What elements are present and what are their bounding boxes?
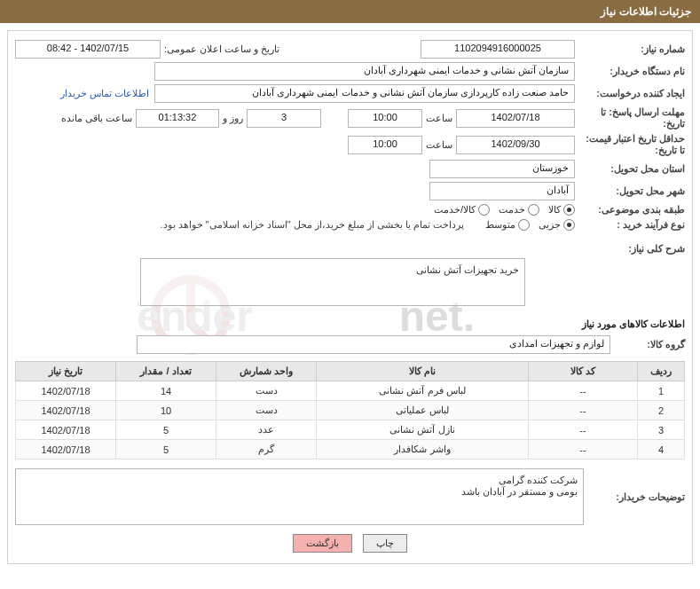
radio-partial-label: جزیی (539, 219, 561, 231)
cell-need_date: 1402/07/18 (16, 381, 116, 401)
goods-section-title: اطلاعات کالاهای مورد نیاز (15, 318, 685, 330)
countdown: 01:13:32 (136, 109, 219, 128)
validity-label: حداقل تاریخ اعتبار قیمت: تا تاریخ: (575, 133, 685, 156)
page-title: جزئیات اطلاعات نیاز (601, 5, 691, 18)
print-button[interactable]: چاپ (363, 534, 407, 553)
cell-need_date: 1402/07/18 (16, 420, 116, 440)
cell-row: 1 (638, 381, 685, 401)
announce-value: 1402/07/15 - 08:42 (15, 40, 161, 59)
deadline-date: 1402/07/18 (456, 109, 575, 128)
province-value: خوزستان (429, 160, 575, 178)
cell-code: -- (529, 440, 638, 459)
radio-icon (563, 204, 575, 216)
cell-unit: عدد (216, 420, 317, 440)
process-label: نوع فرآیند خرید : (575, 219, 685, 231)
cell-qty: 14 (116, 381, 216, 401)
cell-code: -- (529, 420, 638, 440)
page-header: جزئیات اطلاعات نیاز (0, 0, 700, 23)
category-label: طبقه بندی موضوعی: (575, 204, 685, 216)
th-row: ردیف (638, 362, 685, 381)
cell-unit: دست (216, 401, 317, 420)
th-qty: تعداد / مقدار (116, 362, 216, 381)
th-code: کد کالا (529, 362, 638, 381)
radio-both[interactable]: کالا/خدمت (434, 204, 490, 216)
cell-code: -- (529, 401, 638, 420)
radio-goods[interactable]: کالا (548, 204, 575, 216)
cell-unit: دست (216, 381, 317, 401)
city-label: شهر محل تحویل: (575, 185, 685, 197)
cell-row: 2 (638, 401, 685, 420)
cell-need_date: 1402/07/18 (16, 440, 116, 459)
radio-icon (528, 204, 539, 216)
requester-label: ایجاد کننده درخواست: (575, 88, 685, 99)
radio-icon (563, 219, 575, 231)
cell-qty: 10 (116, 401, 216, 420)
cell-unit: گرم (216, 440, 317, 459)
validity-date: 1402/09/30 (456, 136, 575, 154)
deadline-label: مهلت ارسال پاسخ: تا تاریخ: (575, 106, 685, 130)
days-remaining: 3 (247, 109, 321, 128)
radio-both-label: کالا/خدمت (434, 204, 476, 216)
province-label: استان محل تحویل: (575, 163, 685, 175)
announce-label: تاریخ و ساعت اعلان عمومی: (161, 43, 283, 55)
city-value: آبادان (429, 182, 575, 200)
remaining-label: ساعت باقی مانده (58, 113, 136, 124)
need-no-label: شماره نیاز: (575, 43, 685, 55)
validity-time: 10:00 (348, 136, 422, 154)
cell-row: 4 (638, 440, 685, 459)
cell-name: لباس عملیاتی (317, 401, 529, 420)
time-label-2: ساعت (422, 139, 456, 151)
th-date: تاریخ نیاز (16, 362, 116, 381)
cell-name: واشر شکافدار (317, 440, 529, 459)
payment-note: پرداخت تمام یا بخشی از مبلغ خرید،از محل … (156, 219, 468, 231)
table-row: 4--واشر شکافدارگرم51402/07/18 (16, 440, 685, 459)
time-label-1: ساعت (422, 113, 456, 124)
buyer-notes-line2: بومی و مستقر در آبادان باشد (21, 486, 578, 498)
buyer-org-value: سازمان آتش نشانی و خدمات ایمنی شهرداری آ… (154, 62, 575, 81)
cell-code: -- (529, 381, 638, 401)
group-label: گروه کالا: (610, 339, 685, 350)
cell-row: 3 (638, 420, 685, 440)
table-row: 1--لباس فرم آتش نشانیدست141402/07/18 (16, 381, 685, 401)
overall-desc-box: خرید تجهیزات آتش نشانی (140, 258, 525, 306)
table-row: 3--نازل آتش نشانیعدد51402/07/18 (16, 420, 685, 440)
radio-service[interactable]: خدمت (499, 204, 539, 216)
buyer-notes-line1: شرکت کننده گرامی (21, 475, 578, 486)
cell-qty: 5 (116, 420, 216, 440)
table-row: 2--لباس عملیاتیدست101402/07/18 (16, 401, 685, 420)
cell-qty: 5 (116, 440, 216, 459)
radio-goods-label: کالا (548, 204, 561, 216)
radio-service-label: خدمت (499, 204, 525, 216)
days-and-label: روز و (219, 113, 247, 124)
group-value: لوازم و تجهیزات امدادی (137, 335, 610, 354)
th-name: نام کالا (317, 362, 529, 381)
overall-desc-text: خرید تجهیزات آتش نشانی (416, 264, 519, 275)
back-button[interactable]: بازگشت (293, 534, 352, 553)
radio-medium-label: متوسط (485, 219, 515, 231)
radio-partial[interactable]: جزیی (539, 219, 575, 231)
buyer-org-label: نام دستگاه خریدار: (575, 66, 685, 77)
cell-name: نازل آتش نشانی (317, 420, 529, 440)
buyer-notes-box: شرکت کننده گرامی بومی و مستقر در آبادان … (15, 468, 584, 525)
overall-label: شرح کلی نیاز: (575, 243, 685, 255)
goods-table: ردیف کد کالا نام کالا واحد شمارش تعداد /… (15, 361, 685, 459)
cell-name: لباس فرم آتش نشانی (317, 381, 529, 401)
buyer-contact-link[interactable]: اطلاعات تماس خریدار (60, 88, 154, 99)
radio-icon (518, 219, 530, 231)
radio-icon (478, 204, 490, 216)
th-unit: واحد شمارش (216, 362, 317, 381)
deadline-time: 10:00 (348, 109, 422, 128)
radio-medium[interactable]: متوسط (485, 219, 530, 231)
cell-need_date: 1402/07/18 (16, 401, 116, 420)
need-no-value: 1102094916000025 (421, 40, 575, 59)
buyer-notes-label: توضیحات خریدار: (584, 468, 685, 525)
requester-value: حامد صنعت زاده کارپردازی سازمان آتش نشان… (154, 84, 575, 103)
